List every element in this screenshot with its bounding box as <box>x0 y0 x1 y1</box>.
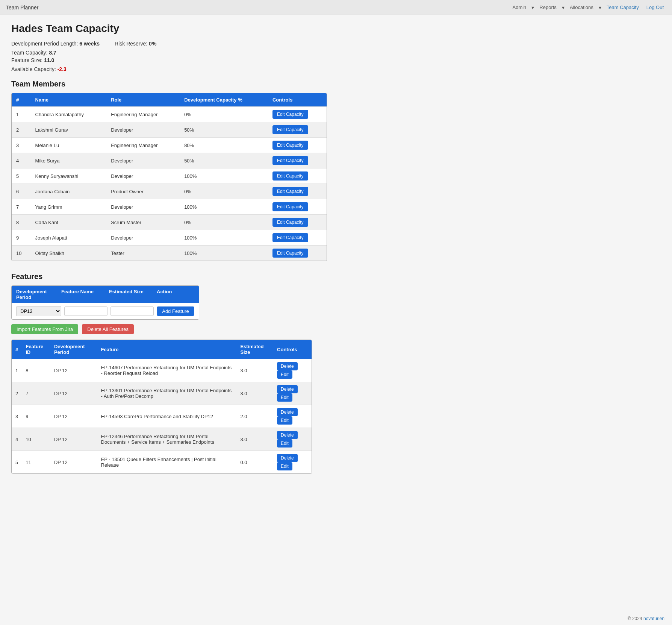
delete-all-features-button[interactable]: Delete All Features <box>82 324 134 334</box>
member-controls: Edit Capacity <box>268 107 327 122</box>
feature-estimated-size: 3.0 <box>236 359 273 382</box>
edit-capacity-button[interactable]: Edit Capacity <box>272 218 308 227</box>
reports-link[interactable]: Reports <box>537 3 559 12</box>
team-capacity-value: 8.7 <box>49 50 56 56</box>
member-controls: Edit Capacity <box>268 199 327 215</box>
member-num: 1 <box>12 107 31 122</box>
edit-feature-button[interactable]: Edit <box>277 416 292 425</box>
allocations-link[interactable]: Allocations <box>568 3 596 12</box>
fcol-dev-period: Development Period <box>50 340 97 359</box>
member-name: Jordana Cobain <box>31 184 107 199</box>
logout-link[interactable]: Log Out <box>644 3 666 12</box>
edit-capacity-button[interactable]: Edit Capacity <box>272 171 308 181</box>
member-num: 2 <box>12 122 31 138</box>
feature-dev-period: DP 12 <box>50 405 97 428</box>
col-dev-capacity: Development Capacity % <box>180 93 268 107</box>
delete-feature-button[interactable]: Delete <box>277 431 298 439</box>
team-members-table-wrapper: # Name Role Development Capacity % Contr… <box>11 93 327 261</box>
member-role: Developer <box>106 199 180 215</box>
member-num: 8 <box>12 215 31 230</box>
edit-capacity-button[interactable]: Edit Capacity <box>272 156 308 165</box>
add-feature-button[interactable]: Add Feature <box>157 306 194 316</box>
list-item: 3 9 DP 12 EP-14593 CarePro Performance a… <box>12 405 312 428</box>
team-table-header-row: # Name Role Development Capacity % Contr… <box>12 93 327 107</box>
feature-size-value: 11.0 <box>44 57 54 63</box>
table-row: 9 Joseph Alapati Developer 100% Edit Cap… <box>12 230 327 246</box>
member-role: Developer <box>106 122 180 138</box>
edit-feature-button[interactable]: Edit <box>277 370 292 379</box>
feature-name: EP-14593 CarePro Performance and Stabili… <box>97 405 237 428</box>
edit-capacity-button[interactable]: Edit Capacity <box>272 141 308 150</box>
delete-feature-button[interactable]: Delete <box>277 362 298 370</box>
edit-capacity-button[interactable]: Edit Capacity <box>272 249 308 258</box>
col-controls: Controls <box>268 93 327 107</box>
features-add-wrapper: Development Period Feature Name Estimate… <box>11 285 199 320</box>
delete-feature-button[interactable]: Delete <box>277 408 298 416</box>
feature-num: 4 <box>12 428 22 451</box>
member-controls: Edit Capacity <box>268 246 327 261</box>
delete-feature-button[interactable]: Delete <box>277 454 298 462</box>
table-row: 4 Mike Surya Developer 50% Edit Capacity <box>12 153 327 168</box>
team-capacity-link[interactable]: Team Capacity <box>604 3 641 12</box>
edit-capacity-button[interactable]: Edit Capacity <box>272 233 308 242</box>
member-capacity: 100% <box>180 199 268 215</box>
member-capacity: 100% <box>180 168 268 184</box>
edit-capacity-button[interactable]: Edit Capacity <box>272 187 308 196</box>
delete-feature-button[interactable]: Delete <box>277 385 298 393</box>
main-content: Hades Team Capacity Development Period L… <box>0 15 338 481</box>
add-col-feature-name: Feature Name <box>61 289 109 300</box>
features-list-wrapper: # Feature ID Development Period Feature … <box>11 340 312 474</box>
features-section-title: Features <box>11 272 327 281</box>
member-role: Engineering Manager <box>106 107 180 122</box>
member-name: Oktay Shaikh <box>31 246 107 261</box>
edit-capacity-button[interactable]: Edit Capacity <box>272 125 308 134</box>
member-name: Yang Grimm <box>31 199 107 215</box>
admin-link[interactable]: Admin <box>510 3 528 12</box>
edit-capacity-button[interactable]: Edit Capacity <box>272 202 308 211</box>
feature-controls: Delete Edit <box>273 428 312 451</box>
member-name: Lakshmi Gurav <box>31 122 107 138</box>
member-capacity: 0% <box>180 215 268 230</box>
feature-controls: Delete Edit <box>273 405 312 428</box>
member-controls: Edit Capacity <box>268 153 327 168</box>
import-features-button[interactable]: Import Features From Jira <box>11 324 78 334</box>
member-name: Melanie Lu <box>31 138 107 153</box>
member-name: Mike Surya <box>31 153 107 168</box>
feature-estimated-size: 0.0 <box>236 451 273 474</box>
feature-id: 9 <box>22 405 50 428</box>
info-row-1: Development Period Length: 6 weeks Risk … <box>11 41 327 48</box>
feature-num: 5 <box>12 451 22 474</box>
member-role: Tester <box>106 246 180 261</box>
features-add-header: Development Period Feature Name Estimate… <box>12 286 199 303</box>
edit-feature-button[interactable]: Edit <box>277 439 292 448</box>
feature-controls: Delete Edit <box>273 451 312 474</box>
member-capacity: 80% <box>180 138 268 153</box>
member-capacity: 100% <box>180 230 268 246</box>
feature-controls: Delete Edit <box>273 382 312 405</box>
feature-num: 2 <box>12 382 22 405</box>
edit-capacity-button[interactable]: Edit Capacity <box>272 110 308 119</box>
feature-dev-period: DP 12 <box>50 428 97 451</box>
feature-name: EP-14607 Performance Refactoring for UM … <box>97 359 237 382</box>
member-controls: Edit Capacity <box>268 138 327 153</box>
member-role: Developer <box>106 168 180 184</box>
dp-select[interactable]: DP12 <box>16 306 61 316</box>
member-controls: Edit Capacity <box>268 230 327 246</box>
navbar-links: Admin ▾ Reports ▾ Allocations ▾ Team Cap… <box>510 3 666 12</box>
member-role: Scrum Master <box>106 215 180 230</box>
edit-feature-button[interactable]: Edit <box>277 393 292 402</box>
member-controls: Edit Capacity <box>268 122 327 138</box>
member-capacity: 50% <box>180 122 268 138</box>
feature-num: 1 <box>12 359 22 382</box>
risk-reserve-label: Risk Reserve: <box>115 41 147 47</box>
feature-name-input[interactable] <box>64 306 107 316</box>
member-controls: Edit Capacity <box>268 168 327 184</box>
estimated-size-input[interactable] <box>110 306 154 316</box>
feature-size-info: Feature Size: 11.0 <box>11 57 327 63</box>
navbar: Team Planner Admin ▾ Reports ▾ Allocatio… <box>0 0 672 15</box>
feature-name: EP-13301 Performance Refactoring for UM … <box>97 382 237 405</box>
edit-feature-button[interactable]: Edit <box>277 462 292 470</box>
feature-id: 11 <box>22 451 50 474</box>
available-capacity-label: Available Capacity: <box>11 66 56 72</box>
table-row: 1 Chandra Kamalapathy Engineering Manage… <box>12 107 327 122</box>
